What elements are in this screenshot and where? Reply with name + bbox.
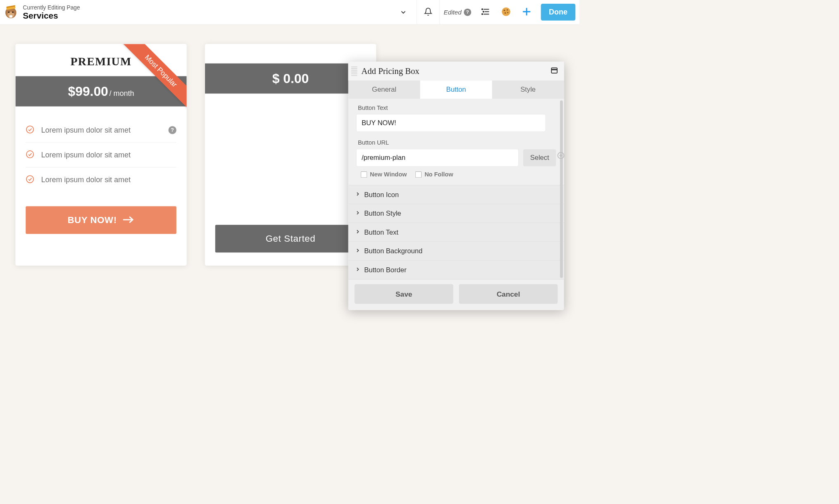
- card-price-bar: $99.00/ month: [15, 76, 186, 106]
- svg-point-21: [26, 151, 33, 158]
- chevron-right-icon: [355, 248, 360, 254]
- tab-style[interactable]: Style: [492, 81, 564, 99]
- top-toolbar: Currently Editing Page Services Edited ?: [0, 0, 579, 24]
- svg-point-4: [12, 11, 14, 13]
- field-button-text: Button Text: [348, 99, 564, 133]
- check-circle-icon: [26, 125, 34, 135]
- toolbar-title-group[interactable]: Currently Editing Page Services: [23, 4, 80, 20]
- window-icon: [551, 70, 558, 75]
- chevron-right-icon: [355, 267, 360, 273]
- beaver-logo-icon: [3, 4, 19, 21]
- help-icon[interactable]: ?: [464, 8, 471, 16]
- feature-item: Lorem ipsum dolor sit amet: [26, 143, 176, 167]
- outline-button[interactable]: [479, 6, 492, 18]
- get-started-button[interactable]: Get Started: [215, 225, 366, 252]
- plus-icon: [522, 7, 531, 17]
- panel-body: Button Text Button URL Select New Window: [348, 99, 564, 280]
- tab-button[interactable]: Button: [420, 81, 492, 99]
- add-content-button[interactable]: [520, 6, 533, 18]
- accordion-label: Button Style: [364, 209, 401, 217]
- cta-label: BUY NOW!: [67, 215, 117, 226]
- help-icon[interactable]: ?: [168, 126, 176, 134]
- new-window-checkbox[interactable]: New Window: [361, 171, 407, 178]
- card-features: Lorem ipsum dolor sit amet ? Lorem ipsum…: [15, 107, 186, 195]
- chevron-right-icon: [355, 210, 360, 216]
- buy-now-button[interactable]: BUY NOW!: [26, 206, 176, 234]
- card-price: $ 0.00: [272, 71, 309, 86]
- svg-point-14: [504, 10, 505, 11]
- toolbar-subtitle: Currently Editing Page: [23, 4, 80, 11]
- outline-icon: [481, 7, 490, 17]
- check-circle-icon: [26, 175, 34, 184]
- done-button[interactable]: Done: [541, 4, 576, 21]
- settings-panel: Add Pricing Box General Button Style But…: [348, 62, 564, 310]
- chevron-right-icon: [355, 229, 360, 235]
- scrollbar[interactable]: [560, 100, 563, 278]
- panel-footer: Save Cancel: [348, 280, 564, 310]
- toolbar-left: Currently Editing Page Services: [0, 0, 417, 24]
- field-label: Button URL: [358, 139, 556, 146]
- field-button-url: Button URL Select: [348, 133, 564, 168]
- notifications-button[interactable]: [417, 0, 440, 24]
- svg-point-16: [505, 12, 506, 14]
- panel-header[interactable]: Add Pricing Box: [348, 62, 564, 81]
- pricing-card-premium[interactable]: Most Popular PREMIUM $99.00/ month Lorem…: [15, 44, 186, 266]
- accordion-item-button-icon[interactable]: Button Icon: [348, 185, 564, 204]
- accordion-label: Button Border: [364, 266, 406, 274]
- feature-text: Lorem ipsum dolor sit amet: [41, 150, 176, 159]
- svg-point-9: [483, 11, 484, 12]
- accordion-label: Button Icon: [364, 190, 399, 198]
- checkbox-label: No Follow: [424, 171, 453, 178]
- plus-circle-icon[interactable]: [557, 152, 565, 160]
- svg-point-7: [482, 9, 483, 10]
- bell-icon: [424, 7, 433, 17]
- checkbox-input[interactable]: [361, 171, 367, 178]
- page-switcher-chevron[interactable]: [390, 8, 417, 16]
- svg-rect-24: [551, 68, 557, 73]
- drag-handle-icon[interactable]: [351, 67, 357, 76]
- accordion-label: Button Text: [364, 228, 398, 236]
- svg-point-20: [26, 126, 33, 133]
- checkbox-input[interactable]: [415, 171, 422, 178]
- save-button[interactable]: Save: [355, 284, 453, 304]
- checkbox-label: New Window: [370, 171, 407, 178]
- svg-point-15: [507, 9, 508, 10]
- chevron-right-icon: [355, 191, 360, 197]
- tab-general[interactable]: General: [348, 81, 420, 99]
- accordion: Button Icon Button Style Button Text: [348, 185, 564, 280]
- editor-canvas: Most Popular PREMIUM $99.00/ month Lorem…: [0, 24, 579, 285]
- cta-label: Get Started: [266, 233, 316, 244]
- field-label: Button Text: [358, 105, 556, 112]
- card-header: PREMIUM: [15, 44, 186, 76]
- cookie-icon: [501, 7, 511, 18]
- toolbar-right: Edited ? Done: [440, 0, 579, 24]
- feature-item: Lorem ipsum dolor sit amet: [26, 167, 176, 192]
- maximize-button[interactable]: [551, 67, 558, 75]
- card-cta-wrap: BUY NOW!: [15, 195, 186, 247]
- button-text-input[interactable]: [356, 114, 546, 132]
- panel-tabs: General Button Style: [348, 81, 564, 99]
- panel-title: Add Pricing Box: [361, 66, 419, 76]
- accordion-item-button-border[interactable]: Button Border: [348, 261, 564, 280]
- cookie-button[interactable]: [500, 6, 512, 18]
- edited-label: Edited: [444, 8, 462, 16]
- feature-text: Lorem ipsum dolor sit amet: [41, 126, 161, 134]
- svg-point-11: [482, 14, 483, 14]
- edited-status: Edited ?: [444, 8, 472, 16]
- button-url-input[interactable]: [356, 149, 519, 166]
- arrow-right-icon: [123, 215, 135, 226]
- accordion-item-button-background[interactable]: Button Background: [348, 242, 564, 261]
- accordion-item-button-style[interactable]: Button Style: [348, 204, 564, 223]
- check-circle-icon: [26, 150, 34, 159]
- url-options: New Window No Follow: [348, 168, 564, 185]
- feature-item: Lorem ipsum dolor sit amet ?: [26, 118, 176, 143]
- select-url-button[interactable]: Select: [523, 149, 556, 166]
- svg-point-13: [502, 7, 510, 16]
- cancel-button[interactable]: Cancel: [459, 284, 558, 304]
- no-follow-checkbox[interactable]: No Follow: [415, 171, 453, 178]
- svg-point-3: [8, 11, 10, 13]
- card-price: $99.00: [68, 84, 108, 99]
- accordion-item-button-text[interactable]: Button Text: [348, 223, 564, 242]
- svg-rect-2: [10, 15, 12, 17]
- svg-point-17: [507, 12, 508, 13]
